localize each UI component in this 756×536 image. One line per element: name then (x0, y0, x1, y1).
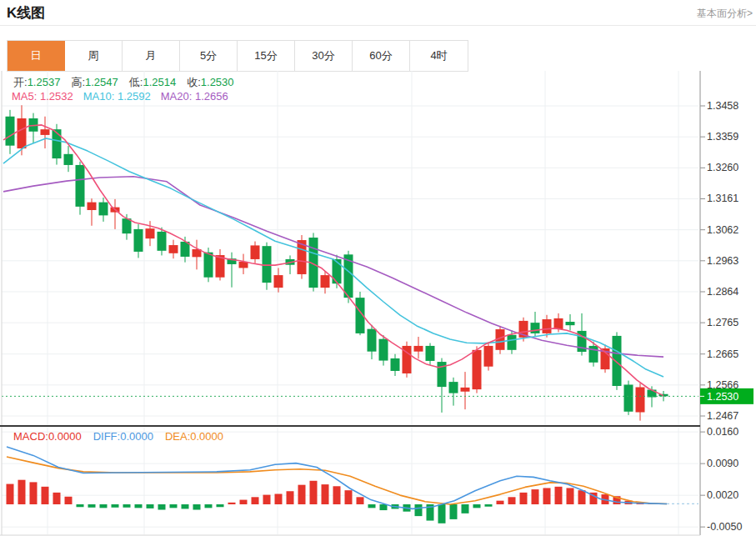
timeframe-tabs: 日 周 月 5分 15分 30分 60分 4时 (7, 40, 468, 72)
svg-text:1.2467: 1.2467 (707, 410, 738, 422)
open-label: 开: (13, 76, 28, 88)
ma20-label: MA20: (161, 90, 193, 103)
ma5-label: MA5: (12, 90, 37, 103)
high-label: 高: (71, 76, 85, 88)
macd-label: MACD: (13, 430, 48, 443)
svg-text:0.0090: 0.0090 (707, 458, 738, 469)
svg-text:1.2665: 1.2665 (707, 348, 738, 360)
svg-text:1.3161: 1.3161 (707, 193, 738, 204)
low-label: 低: (129, 76, 143, 88)
svg-text:1.2963: 1.2963 (707, 255, 738, 267)
dea-line (7, 457, 667, 504)
candlesticks (6, 105, 668, 420)
ma10-value: 1.2592 (118, 90, 151, 103)
svg-text:1.2530: 1.2530 (707, 391, 738, 403)
ma10-line (3, 138, 663, 377)
ma20-value: 1.2656 (195, 90, 228, 103)
low-value: 1.2514 (143, 76, 176, 88)
svg-text:1.3062: 1.3062 (707, 224, 738, 236)
tab-60min[interactable]: 60分 (353, 41, 410, 71)
ma20-line (3, 177, 663, 357)
page-title: K线图 (7, 3, 45, 23)
diff-line (7, 447, 667, 508)
kline-widget: K线图 基本面分析> 日 周 月 5分 15分 30分 60分 4时 1.345… (0, 0, 756, 536)
diff-label: DIFF: (93, 430, 121, 443)
svg-text:1.2566: 1.2566 (707, 379, 738, 391)
ma5-line (3, 125, 663, 396)
svg-text:1.3359: 1.3359 (707, 131, 738, 143)
macd-histogram (7, 480, 668, 523)
tab-4hour[interactable]: 4时 (410, 41, 468, 71)
svg-text:1.3458: 1.3458 (707, 100, 738, 112)
macd-value: 0.0000 (48, 430, 82, 443)
close-label: 收: (187, 76, 201, 88)
tab-5min[interactable]: 5分 (180, 41, 238, 71)
close-value: 1.2530 (201, 76, 234, 88)
chart-frame (0, 71, 700, 535)
svg-text:1.3260: 1.3260 (707, 162, 738, 173)
tab-week[interactable]: 周 (65, 41, 123, 71)
svg-text:-0.0050: -0.0050 (707, 521, 742, 533)
tab-month[interactable]: 月 (123, 41, 180, 71)
svg-text:1.2864: 1.2864 (707, 286, 738, 298)
gridlines (2, 71, 698, 534)
open-value: 1.2537 (28, 76, 61, 88)
fundamental-analysis-link[interactable]: 基本面分析> (697, 7, 753, 21)
macd-legend: MACD:0.0000DIFF:0.0000DEA:0.0000 (13, 430, 235, 443)
tab-30min[interactable]: 30分 (295, 41, 353, 71)
last-price-tag: 1.2530 (700, 388, 753, 404)
dea-value: 0.0000 (190, 430, 223, 443)
svg-text:0.0160: 0.0160 (707, 426, 738, 438)
dea-label: DEA: (165, 430, 190, 443)
diff-value: 0.0000 (120, 430, 153, 443)
price-axis: 1.34581.33591.32601.31611.30621.29631.28… (700, 100, 742, 533)
ma-legend: MA5: 1.2532MA10: 1.2592MA20: 1.2656 (12, 90, 238, 103)
tab-15min[interactable]: 15分 (238, 41, 295, 71)
ma10-label: MA10: (83, 90, 115, 103)
tab-day[interactable]: 日 (8, 41, 65, 71)
svg-text:1.2765: 1.2765 (707, 317, 738, 328)
high-value: 1.2547 (85, 76, 118, 88)
ohlc-legend: 开:1.2537高:1.2547低:1.2514收:1.2530 (13, 75, 245, 90)
header-divider (0, 25, 756, 26)
svg-text:0.0020: 0.0020 (707, 489, 738, 501)
ma5-value: 1.2532 (40, 90, 73, 103)
